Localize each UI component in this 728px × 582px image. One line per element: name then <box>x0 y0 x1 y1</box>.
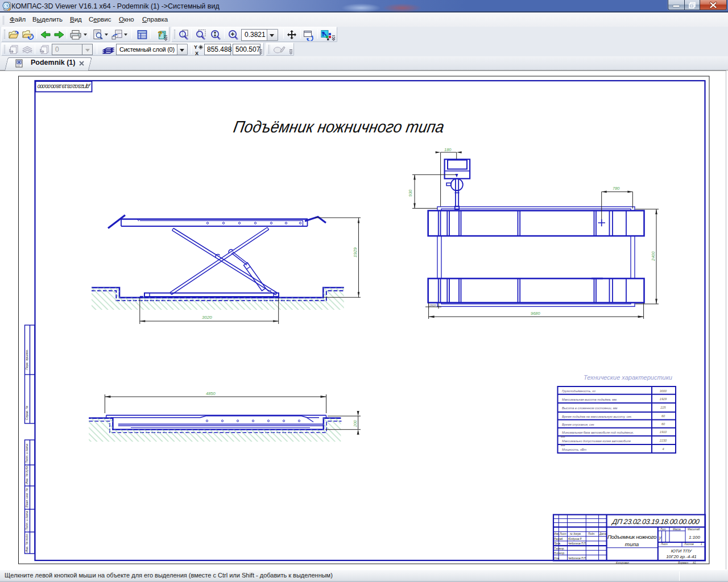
svg-text:1: 1 <box>701 543 702 546</box>
svg-text:Минимальная база автомобиля по: Минимальная база автомобиля под подъёмни… <box>562 431 634 434</box>
svg-text:Подп.: Подп. <box>588 533 595 535</box>
svg-text:ДП23.02.03.19.18.00.00.000: ДП23.02.03.19.18.00.00.000 <box>37 84 90 90</box>
svg-text:1:100: 1:100 <box>689 535 701 540</box>
svg-text:Время опускания, сек: Время опускания, сек <box>562 423 594 426</box>
svg-text:200: 200 <box>353 420 357 427</box>
svg-text:60: 60 <box>661 414 665 418</box>
svg-text:мм: мм <box>561 443 565 447</box>
svg-text:9680: 9680 <box>531 311 541 316</box>
svg-text:Y: Y <box>194 44 197 50</box>
svg-text:Подъёмник ножничного типа: Подъёмник ножничного типа <box>232 118 446 136</box>
svg-text:Юлдузов Р.: Юлдузов Р. <box>568 538 582 541</box>
svg-text:780: 780 <box>613 186 620 191</box>
svg-text:у: у <box>659 535 661 540</box>
svg-text:60: 60 <box>661 422 665 426</box>
svg-text:4850: 4850 <box>206 391 216 396</box>
svg-text:мм: мм <box>561 435 565 438</box>
svg-text:1929: 1929 <box>353 247 358 257</box>
svg-text:Копировал: Копировал <box>616 562 629 564</box>
svg-text:Технические характеристики: Технические характеристики <box>584 374 672 381</box>
svg-text:Масса: Масса <box>673 528 681 531</box>
svg-text:3020: 3020 <box>202 315 212 320</box>
svg-text:Чеботков П.П.: Чеботков П.П. <box>568 557 586 560</box>
svg-text:180: 180 <box>444 147 452 152</box>
svg-text:Изм.: Изм. <box>554 533 560 535</box>
svg-text:Чеботков П.П.: Чеботков П.П. <box>568 542 586 545</box>
svg-text:1929: 1929 <box>660 397 667 401</box>
svg-text:Лит.: Лит. <box>660 528 667 531</box>
svg-text:930: 930 <box>408 189 413 197</box>
svg-text:типа: типа <box>625 541 639 547</box>
svg-text:Листов: Листов <box>684 543 694 546</box>
svg-text:Т.контр.: Т.контр. <box>554 547 565 550</box>
svg-text:X: X <box>195 51 198 56</box>
svg-text:Время подъёма на максимальную: Время подъёма на максимальную высоту, се… <box>562 415 632 418</box>
svg-text:Максимальная высота подъёма, м: Максимальная высота подъёма, мм. <box>562 398 617 401</box>
svg-text:Максимально допустимая колея а: Максимально допустимая колея автомобиля <box>562 439 631 443</box>
svg-text:Справ. №: Справ. № <box>25 406 28 420</box>
svg-text:?: ? <box>158 30 163 38</box>
svg-text:225: 225 <box>660 406 666 409</box>
svg-text:1910: 1910 <box>660 430 667 434</box>
svg-text:Грузоподъёмность, кг.: Грузоподъёмность, кг. <box>562 389 597 393</box>
svg-text:Мощность, кВт: Мощность, кВт <box>562 448 587 451</box>
svg-text:№ докум.: № докум. <box>570 533 581 535</box>
svg-text:Взам. инв. №: Взам. инв. № <box>25 488 28 508</box>
svg-text:Формат: Формат <box>678 562 688 564</box>
svg-text:Лист: Лист <box>559 533 566 535</box>
svg-text:Дата: Дата <box>599 533 607 535</box>
svg-text:Инв. № подл.: Инв. № подл. <box>25 533 28 552</box>
svg-text:Подъемник ножного: Подъемник ножного <box>607 534 657 540</box>
svg-text:Утв.: Утв. <box>554 557 560 560</box>
svg-text:4: 4 <box>662 447 664 451</box>
svg-text:ДП 23.02.03.19.18.00.00.000: ДП 23.02.03.19.18.00.00.000 <box>611 518 700 526</box>
svg-text:Пров.: Пров. <box>554 542 561 545</box>
svg-text:Подп. и дата: Подп. и дата <box>25 511 28 530</box>
svg-text:Лист: Лист <box>660 543 668 546</box>
svg-text:2400: 2400 <box>651 251 656 261</box>
svg-text:Масштаб: Масштаб <box>688 528 700 531</box>
svg-text:3000: 3000 <box>660 389 667 393</box>
svg-text:Перв. примен.: Перв. примен. <box>25 349 28 370</box>
svg-text:10Г20 гр.-4-41: 10Г20 гр.-4-41 <box>666 554 697 559</box>
svg-text:Инв. № дубл.: Инв. № дубл. <box>25 465 28 484</box>
svg-text:1919: 1919 <box>429 304 436 307</box>
svg-text:2230: 2230 <box>659 439 667 442</box>
svg-text:Разраб.: Разраб. <box>554 538 564 541</box>
svg-text:Высота в сложенном состоянии,: Высота в сложенном состоянии, мм <box>562 406 618 410</box>
svg-text:ЮТИ ТПУ: ЮТИ ТПУ <box>671 548 692 554</box>
svg-text:Н.контр.: Н.контр. <box>554 552 565 555</box>
svg-text:А1: А1 <box>692 562 696 564</box>
svg-text:Подп. и дата: Подп. и дата <box>25 444 28 463</box>
